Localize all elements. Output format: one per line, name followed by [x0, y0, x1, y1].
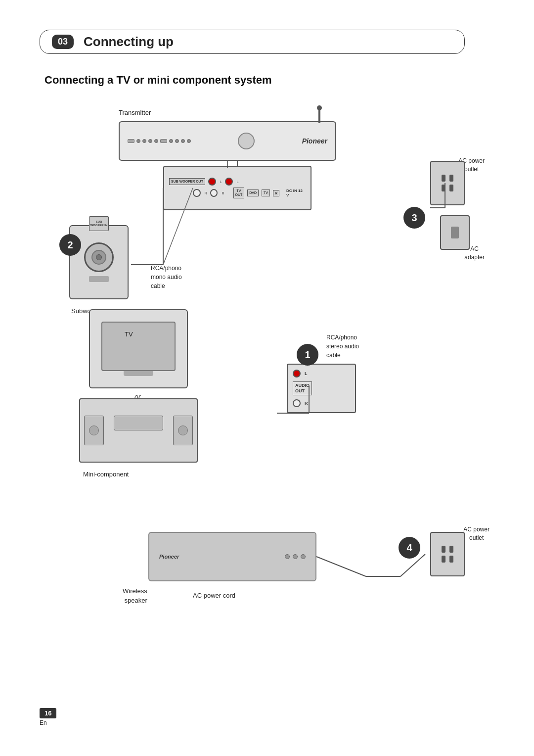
section-title: Connecting up [84, 34, 174, 49]
L-label-1: L [220, 180, 222, 184]
subwoofer-port [89, 276, 109, 282]
transmitter-label: Transmitter [119, 108, 151, 117]
mini-speaker-right-driver [178, 425, 188, 435]
ctrl-rect-1 [128, 139, 134, 143]
tv-label-text: TV [125, 330, 133, 339]
outlet-hole-3 [442, 185, 445, 191]
tv-out-label: TVOUT [233, 188, 245, 198]
tv [89, 309, 188, 388]
ctrl-rect-2 [160, 139, 167, 143]
subwoofer-input-label-box: SUB WOOFER IN [89, 216, 109, 231]
outlet-hole-1 [442, 175, 445, 182]
ctrl-dot-8 [187, 139, 191, 143]
ws-ctrl-dot-1 [285, 554, 290, 559]
ws-ctrl-dot-2 [293, 554, 298, 559]
outlet-hole-2 [449, 175, 453, 182]
ac-power-cord-label: AC power cord [193, 591, 235, 600]
ctrl-dot-1 [136, 139, 140, 143]
tv-label: TV [262, 189, 270, 196]
connector-panel: SUB WOOFER OUT L L R R TVOUT DVD TV R DC… [163, 166, 312, 210]
mini-component [79, 398, 198, 463]
outlet-holes-bottom-btm [442, 556, 453, 563]
page-number: 16 [40, 708, 56, 718]
subwoofer-driver [84, 242, 114, 272]
rca-stereo-label: RCA/phono stereo audio cable [326, 324, 359, 360]
ctrl-dot-4 [154, 139, 158, 143]
ctrl-dot-5 [169, 139, 173, 143]
ac-outlet-top-right [430, 161, 465, 205]
step-4-circle: 4 [399, 537, 420, 559]
connector-row-1: SUB WOOFER OUT L L [169, 178, 306, 186]
outlet-holes-bottom [442, 185, 453, 191]
step-1-circle: 1 [297, 344, 318, 366]
outlet-holes-top [442, 175, 453, 182]
step-2-circle: 2 [59, 234, 81, 256]
wireless-speaker: Pioneer [148, 532, 316, 581]
diagram-area: Transmitter Pioneer SUB WOOFER OUT [40, 101, 494, 646]
subwoofer: SUB WOOFER IN [69, 225, 129, 299]
dc-in-label: DC IN 12 V [286, 189, 306, 197]
subwoofer-cone [91, 250, 106, 265]
L-label-2: L [237, 180, 239, 184]
section-header: 03 Connecting up [40, 30, 465, 54]
pioneer-logo-transmitter: Pioneer [302, 137, 327, 145]
section-number: 03 [52, 35, 74, 49]
audio-jack-L [293, 370, 301, 378]
audio-jack-R [293, 399, 301, 407]
wireless-speaker-controls [285, 554, 306, 559]
audio-jack-R-row: R [293, 399, 350, 407]
mini-comp-speakers [84, 416, 193, 445]
svg-line-7 [316, 557, 366, 576]
jack-L1 [208, 178, 216, 186]
pioneer-logo-wireless-speaker: Pioneer [159, 554, 179, 560]
audio-L-label: L [305, 371, 308, 376]
transmitter-antenna [318, 107, 320, 123]
outlet-holes-bottom-top [442, 546, 453, 553]
subtitle: Connecting a TV or mini component system [44, 74, 494, 87]
R-label-2: R [222, 191, 224, 195]
mini-speaker-left [84, 416, 104, 445]
ctrl-dot-6 [175, 139, 179, 143]
jack-R1 [193, 189, 201, 197]
tv-screen [101, 322, 176, 371]
mini-component-label: Mini-component [83, 470, 129, 479]
ctrl-dot-7 [181, 139, 185, 143]
outlet-hole-b4 [449, 556, 453, 563]
mini-comp-unit [114, 416, 163, 430]
wireless-speaker-label: Wireless speaker [123, 576, 147, 606]
page-footer: 16 En [40, 708, 56, 726]
transmitter-controls [128, 139, 191, 143]
mini-speaker-right [173, 416, 193, 445]
subwoofer-center [96, 254, 102, 260]
ctrl-dot-3 [148, 139, 152, 143]
audio-out-label: AUDIOOUT [293, 381, 312, 395]
ac-outlet-bottom-right [430, 532, 465, 576]
R-label-1: R [205, 191, 207, 195]
audio-out-panel: L AUDIOOUT R [287, 364, 356, 413]
rca-mono-label: RCA/phono mono audio cable [151, 255, 182, 290]
page-language: En [40, 719, 47, 726]
transmitter-knob [238, 133, 255, 149]
sub-woofer-out-label: SUB WOOFER OUT [169, 178, 205, 185]
subwoofer-in-label: SUB WOOFER IN [89, 220, 108, 227]
outlet-hole-b3 [442, 556, 445, 563]
outlet-hole-4 [449, 185, 453, 191]
outlet-hole-b1 [442, 546, 445, 553]
jack-R2 [210, 189, 218, 197]
page: 03 Connecting up Connecting a TV or mini… [0, 0, 534, 756]
ws-ctrl-dot-3 [301, 554, 306, 559]
ac-power-outlet-bottom-label: AC power outlet [463, 517, 490, 542]
step-3-circle: 3 [403, 207, 425, 229]
audio-R-label: R [305, 401, 308, 406]
outlet-hole-b2 [449, 546, 453, 553]
tv-stand [124, 371, 153, 376]
connector-row-2: R R TVOUT DVD TV R DC IN 12 V [169, 188, 306, 198]
dvd-label: DVD [247, 189, 259, 196]
ac-adapter [440, 215, 470, 250]
jack-L2 [225, 178, 233, 186]
adapter-plug [451, 227, 459, 238]
r-label: R [273, 190, 279, 196]
ctrl-dot-2 [142, 139, 146, 143]
audio-jack-L-row: L [293, 370, 350, 378]
transmitter: Pioneer [119, 121, 336, 161]
